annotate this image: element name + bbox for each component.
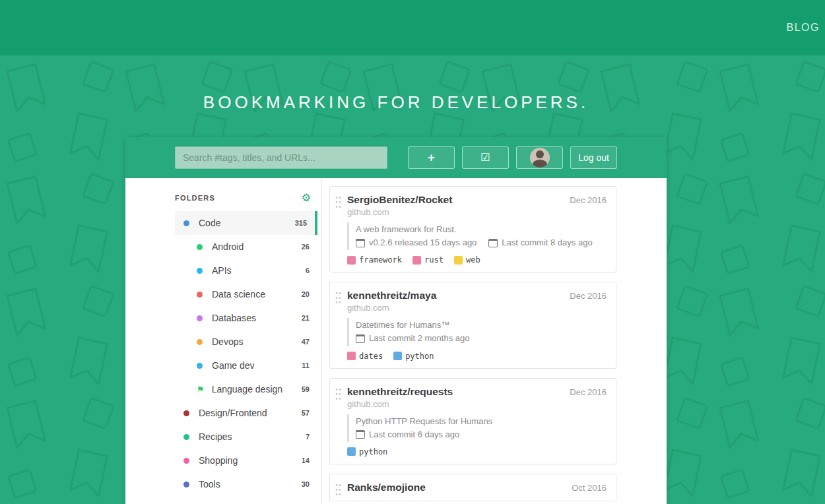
sidebar-item-shopping[interactable]: Shopping14 — [175, 449, 317, 472]
page: BLOG BOOKMARKING FOR DEVELOPERS. + — [0, 0, 825, 504]
sidebar-item-code[interactable]: Code315 — [175, 211, 317, 235]
sidebar-item-data-science[interactable]: Data science20 — [175, 282, 317, 306]
sidebar-item-databases[interactable]: Databases21 — [175, 306, 317, 330]
tag-web[interactable]: web — [454, 255, 480, 265]
sidebar-item-game-dev[interactable]: Game dev11 — [175, 354, 317, 377]
page-title: BOOKMARKING FOR DEVELOPERS. — [125, 92, 667, 113]
bookmark-date: Dec 2016 — [570, 387, 607, 397]
sidebar-item-design-frontend[interactable]: Design/Frontend57 — [175, 401, 317, 425]
tag-rust[interactable]: rust — [412, 255, 444, 265]
folders-sidebar: FOLDERS ⚙ Code315Android26APIs6Data scie… — [125, 178, 322, 504]
folder-label: Design/Frontend — [199, 408, 302, 418]
bookmark-meta-text: v0.2.6 released 15 days ago — [369, 236, 477, 249]
bookmark-date: Dec 2016 — [570, 291, 607, 301]
bookmark-description: A web framework for Rust. — [356, 223, 607, 236]
folder-count-badge: 315 — [295, 219, 307, 227]
bookmark-title[interactable]: SergioBenitez/Rocket — [347, 194, 452, 206]
bookmark-description: Datetimes for Humans™ — [356, 319, 607, 332]
profile-button[interactable] — [516, 146, 563, 169]
folder-color-dot-icon — [183, 434, 189, 440]
drag-handle-icon[interactable] — [335, 292, 341, 304]
tag-color-icon — [347, 447, 356, 456]
tag-label: web — [466, 255, 480, 265]
sidebar-item-devops[interactable]: Devops47 — [175, 330, 317, 354]
calendar-icon — [356, 239, 365, 247]
tag-python[interactable]: python — [347, 447, 387, 457]
folder-label: Shopping — [199, 455, 302, 466]
sidebar-item-recipes[interactable]: Recipes7 — [175, 425, 317, 449]
folder-label: Tools — [199, 479, 302, 489]
bookmark-description-block: A web framework for Rust.v0.2.6 released… — [347, 222, 607, 250]
bookmark-card-header: kennethreitz/mayaDec 2016 — [347, 290, 607, 301]
add-bookmark-button[interactable]: + — [408, 146, 455, 169]
sidebar-item-language-design[interactable]: ⚑Language design59 — [175, 377, 317, 401]
folder-count-badge: 7 — [306, 433, 310, 441]
bookmark-title[interactable]: Ranks/emojione — [347, 482, 426, 493]
calendar-icon — [488, 239, 498, 247]
logout-button[interactable]: Log out — [570, 146, 617, 169]
folder-count-badge: 57 — [302, 409, 310, 417]
folder-color-dot-icon — [197, 339, 203, 345]
bookmark-tags: frameworkrustweb — [347, 255, 607, 265]
tag-dates[interactable]: dates — [347, 352, 383, 361]
folder-count-badge: 6 — [306, 267, 310, 274]
folder-label: Language design — [212, 384, 302, 394]
folder-label: APIs — [212, 265, 306, 276]
app-window: + ☑ Log out FOLDERS ⚙ Code315Andro — [125, 137, 667, 504]
bookmark-tags: python — [347, 447, 607, 457]
bookmark-meta-item: Last commit 2 months ago — [356, 332, 469, 345]
bookmark-description-block: Python HTTP Requests for HumansLast comm… — [347, 414, 607, 442]
folder-count-badge: 26 — [302, 243, 310, 251]
folder-count-badge: 30 — [302, 480, 310, 488]
sidebar-item-android[interactable]: Android26 — [175, 235, 317, 259]
bookmark-title[interactable]: kennethreitz/maya — [347, 290, 436, 301]
tag-framework[interactable]: framework — [347, 255, 402, 265]
bookmark-title[interactable]: kennethreitz/requests — [347, 386, 453, 398]
plus-icon: + — [428, 152, 435, 164]
bookmark-meta-item: Last commit 8 days ago — [488, 236, 592, 249]
bookmark-date: Dec 2016 — [570, 195, 607, 205]
folder-count-badge: 59 — [302, 385, 310, 393]
folder-color-dot-icon — [197, 268, 203, 274]
drag-handle-icon[interactable] — [335, 388, 341, 400]
bookmark-meta-row: v0.2.6 released 15 days agoLast commit 8… — [356, 236, 607, 249]
bookmark-url: github.com — [347, 303, 607, 313]
folder-label: Devops — [212, 336, 302, 347]
folder-count-badge: 20 — [302, 290, 310, 298]
calendar-icon — [356, 430, 365, 439]
folder-color-dot-icon — [197, 244, 203, 250]
folder-color-dot-icon — [197, 363, 203, 369]
bookmark-card: kennethreitz/requestsDec 2016github.comP… — [329, 378, 616, 464]
drag-handle-icon[interactable] — [335, 196, 341, 208]
blog-link[interactable]: BLOG — [787, 22, 820, 34]
folder-label: Android — [212, 241, 302, 252]
bookmark-description: Python HTTP Requests for Humans — [356, 415, 607, 428]
select-mode-button[interactable]: ☑ — [462, 146, 509, 169]
bookmark-list[interactable]: SergioBenitez/RocketDec 2016github.comA … — [322, 178, 667, 504]
folder-count-badge: 11 — [302, 362, 310, 369]
tag-label: python — [405, 352, 434, 361]
checkbox-icon: ☑ — [480, 152, 490, 163]
tag-color-icon — [347, 352, 356, 360]
bookmark-meta-text: Last commit 6 days ago — [369, 428, 459, 441]
tag-python[interactable]: python — [393, 352, 434, 361]
sidebar-item-tools[interactable]: Tools30 — [175, 472, 317, 496]
folder-label: Code — [199, 218, 295, 228]
logout-label: Log out — [578, 152, 609, 163]
folder-label: Databases — [212, 313, 302, 323]
bookmark-card: Ranks/emojioneOct 2016 — [329, 474, 616, 501]
top-navigation-bar: BLOG — [0, 0, 825, 55]
drag-handle-icon[interactable] — [335, 484, 341, 496]
sidebar-item-apis[interactable]: APIs6 — [175, 259, 317, 282]
folder-color-dot-icon — [197, 292, 203, 298]
gear-icon[interactable]: ⚙ — [302, 193, 311, 203]
tag-label: python — [359, 447, 387, 457]
bookmark-meta-text: Last commit 2 months ago — [369, 332, 469, 345]
folder-label: Recipes — [199, 431, 306, 442]
search-input[interactable] — [175, 146, 387, 169]
folder-color-dot-icon — [183, 220, 189, 226]
tag-label: dates — [359, 352, 383, 361]
bookmark-meta-item: v0.2.6 released 15 days ago — [356, 236, 477, 249]
bookmark-card-header: Ranks/emojioneOct 2016 — [347, 482, 607, 493]
folders-list: Code315Android26APIs6Data science20Datab… — [125, 211, 321, 496]
